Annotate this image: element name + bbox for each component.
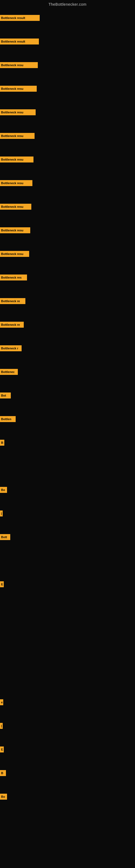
- bottleneck-bar[interactable]: Bottleneck resu: [0, 133, 35, 139]
- bottleneck-bar[interactable]: Bottleneck resu: [0, 156, 34, 162]
- bottleneck-bar[interactable]: Bott: [0, 534, 10, 540]
- bottleneck-bar[interactable]: B: [0, 440, 4, 446]
- bottleneck-bar[interactable]: B: [0, 770, 6, 776]
- bottleneck-bar[interactable]: |: [0, 510, 3, 517]
- bottleneck-bar[interactable]: Bottleneck resu: [0, 204, 31, 210]
- site-title: TheBottlenecker.com: [0, 0, 135, 9]
- bottleneck-bar[interactable]: Bottleneck re: [0, 298, 26, 304]
- bottleneck-bar[interactable]: Bottleneck resu: [0, 62, 38, 68]
- bottleneck-bar[interactable]: Bot: [0, 393, 11, 399]
- bottleneck-bar[interactable]: E: [0, 581, 4, 587]
- bottleneck-bar[interactable]: Bottleneck result: [0, 15, 40, 21]
- bottleneck-bar[interactable]: Bottleneck resu: [0, 86, 37, 92]
- bottleneck-bar[interactable]: Bottleneck resu: [0, 180, 32, 186]
- bottleneck-bar[interactable]: Bottleneck resu: [0, 251, 29, 257]
- bottleneck-bar[interactable]: Bottleneck res: [0, 275, 27, 280]
- bottleneck-bar[interactable]: Bottleneck resu: [0, 227, 30, 233]
- bottleneck-bar[interactable]: E: [0, 746, 4, 752]
- bottleneck-bar[interactable]: e: [0, 699, 3, 705]
- bottleneck-bar[interactable]: Bottleneck re: [0, 322, 24, 328]
- bottleneck-bar[interactable]: |: [0, 723, 3, 729]
- bottleneck-bar[interactable]: Bo: [0, 487, 7, 493]
- bottleneck-bar[interactable]: Bottleneck resu: [0, 109, 36, 115]
- bottleneck-bar[interactable]: Bo: [0, 794, 7, 800]
- bottleneck-bar[interactable]: Bottlen: [0, 416, 16, 422]
- bottleneck-bar[interactable]: Bottlenec: [0, 369, 18, 375]
- bottleneck-bar[interactable]: Bottleneck r: [0, 345, 21, 351]
- bottleneck-bar[interactable]: Bottleneck result: [0, 38, 39, 44]
